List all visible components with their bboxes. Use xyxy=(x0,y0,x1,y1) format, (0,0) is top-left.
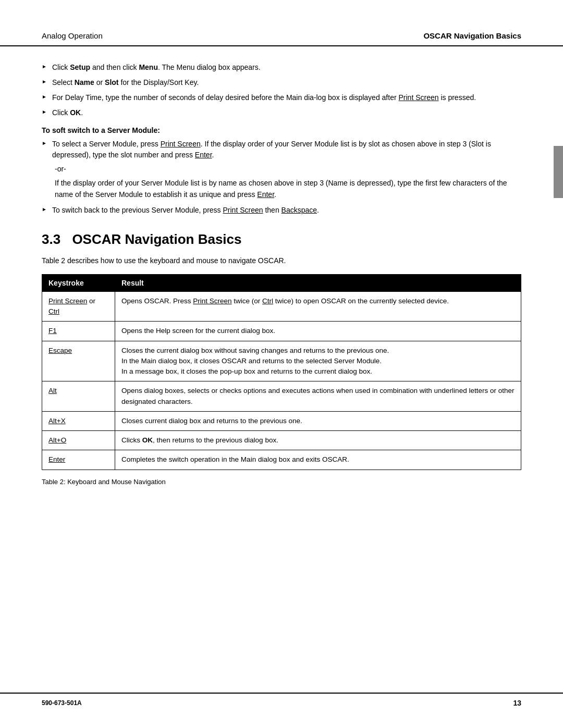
table-row: Escape Closes the current dialog box wit… xyxy=(42,341,521,381)
table-row: Enter Completes the switch operation in … xyxy=(42,450,521,470)
table-row: Alt+O Clicks OK, then returns to the pre… xyxy=(42,431,521,450)
table-header: Keystroke Result xyxy=(42,274,521,291)
result-cell-2: Opens the Help screen for the current di… xyxy=(115,322,521,341)
th-keystroke: Keystroke xyxy=(42,274,115,291)
italic-paragraph: If the display order of your Server Modu… xyxy=(55,177,521,201)
sub-bullet-arrow-1: ► xyxy=(42,139,47,147)
table-row: Print Screen or Ctrl Opens OSCAR. Press … xyxy=(42,291,521,322)
section-heading: 3.3 OSCAR Navigation Basics xyxy=(42,231,521,248)
key-label-f1: F1 xyxy=(48,327,57,335)
key-cell-1: Print Screen or Ctrl xyxy=(42,291,115,322)
result-cell-5: Closes current dialog box and returns to… xyxy=(115,411,521,430)
last-bullet-text: To switch back to the previous Server Mo… xyxy=(52,205,521,216)
navigation-table: Keystroke Result Print Screen or Ctrl Op… xyxy=(42,274,521,470)
bullet-item-3: ► For Delay Time, type the number of sec… xyxy=(42,92,521,103)
bullet-item-1: ► Click Setup and then click Menu. The M… xyxy=(42,62,521,73)
page-footer: 590-673-501A 13 xyxy=(0,693,563,712)
key-label-printscreen: Print Screen xyxy=(48,297,87,305)
sub-bullet-item-1: ► To select a Server Module, press Print… xyxy=(42,139,521,161)
last-bullet-item: ► To switch back to the previous Server … xyxy=(42,205,521,216)
bullet-text-1: Click Setup and then click Menu. The Men… xyxy=(52,62,521,73)
key-label-ctrl: Ctrl xyxy=(48,307,59,315)
table-row: Alt Opens dialog boxes, selects or check… xyxy=(42,381,521,412)
footer-page-number: 13 xyxy=(513,699,521,707)
key-label-altx: Alt+X xyxy=(48,417,66,425)
bullet-text-2: Select Name or Slot for the Display/Sort… xyxy=(52,77,521,88)
result-cell-6: Clicks OK, then returns to the previous … xyxy=(115,431,521,450)
header-right: OSCAR Navigation Basics xyxy=(423,31,521,40)
bullet-item-2: ► Select Name or Slot for the Display/So… xyxy=(42,77,521,88)
key-cell-6: Alt+O xyxy=(42,431,115,450)
sub-bullet-list: ► To select a Server Module, press Print… xyxy=(42,139,521,161)
result-cell-1: Opens OSCAR. Press Print Screen twice (o… xyxy=(115,291,521,322)
footer-doc-number: 590-673-501A xyxy=(42,699,82,707)
section-title: 3.3 OSCAR Navigation Basics xyxy=(42,231,521,248)
content-area: ► Click Setup and then click Menu. The M… xyxy=(0,57,563,522)
subsection-title: To soft switch to a Server Module: xyxy=(42,126,521,134)
result-cell-7: Completes the switch operation in the Ma… xyxy=(115,450,521,470)
bullet-arrow-2: ► xyxy=(42,78,47,85)
result-cell-4: Opens dialog boxes, selects or checks op… xyxy=(115,381,521,412)
table-row: Alt+X Closes current dialog box and retu… xyxy=(42,411,521,430)
key-cell-7: Enter xyxy=(42,450,115,470)
section-number: 3.3 xyxy=(42,231,60,247)
or-text: -or- xyxy=(55,165,521,173)
key-label-alt: Alt xyxy=(48,387,57,394)
page-container: Analog Operation OSCAR Navigation Basics… xyxy=(0,0,563,728)
table-caption: Table 2: Keyboard and Mouse Navigation xyxy=(42,478,521,486)
bullet-text-3: For Delay Time, type the number of secon… xyxy=(52,92,521,103)
bullet-item-4: ► Click OK. xyxy=(42,107,521,118)
bullet-arrow-1: ► xyxy=(42,63,47,70)
key-label-enter: Enter xyxy=(48,455,65,463)
last-bullet-arrow: ► xyxy=(42,205,47,213)
bullet-text-4: Click OK. xyxy=(52,107,521,118)
bullet-arrow-3: ► xyxy=(42,93,47,101)
th-result: Result xyxy=(115,274,521,291)
table-intro: Table 2 describes how to use the keyboar… xyxy=(42,255,521,266)
key-cell-4: Alt xyxy=(42,381,115,412)
key-label-escape: Escape xyxy=(48,347,72,354)
bullet-arrow-4: ► xyxy=(42,108,47,116)
table-body: Print Screen or Ctrl Opens OSCAR. Press … xyxy=(42,291,521,470)
header-left: Analog Operation xyxy=(42,31,103,40)
key-cell-2: F1 xyxy=(42,322,115,341)
table-header-row: Keystroke Result xyxy=(42,274,521,291)
key-cell-3: Escape xyxy=(42,341,115,381)
key-label-alto: Alt+O xyxy=(48,436,66,444)
scrollbar-tab[interactable] xyxy=(554,146,563,198)
page-header: Analog Operation OSCAR Navigation Basics xyxy=(0,0,563,46)
table-row: F1 Opens the Help screen for the current… xyxy=(42,322,521,341)
result-cell-3: Closes the current dialog box without sa… xyxy=(115,341,521,381)
sub-bullet-text-1: To select a Server Module, press Print S… xyxy=(52,139,521,161)
setup-bullet-list: ► Click Setup and then click Menu. The M… xyxy=(42,62,521,118)
key-cell-5: Alt+X xyxy=(42,411,115,430)
section-title-text: OSCAR Navigation Basics xyxy=(72,231,241,247)
last-bullet-list: ► To switch back to the previous Server … xyxy=(42,205,521,216)
